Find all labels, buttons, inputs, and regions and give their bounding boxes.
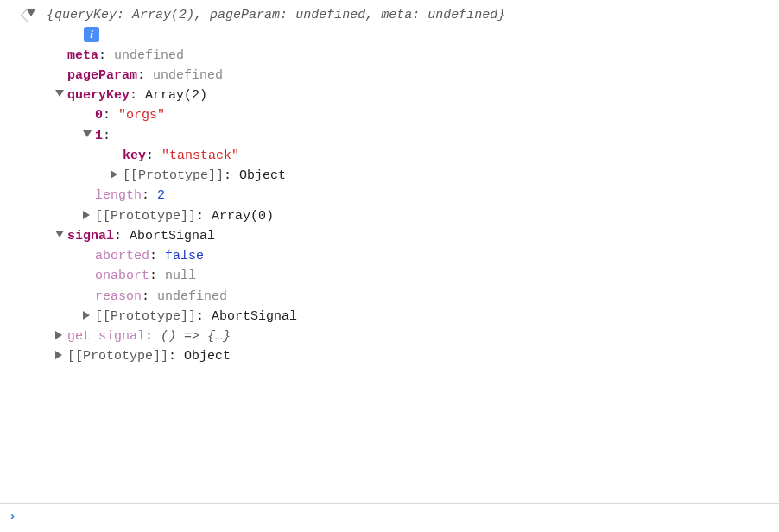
- prop-signal-onabort[interactable]: onabort: null: [24, 266, 779, 286]
- expand-toggle-icon[interactable]: [83, 130, 92, 137]
- expand-toggle-icon[interactable]: [83, 311, 90, 320]
- console-prompt[interactable]: ›: [0, 503, 779, 532]
- prop-querykey-1-key[interactable]: key: "tanstack": [24, 146, 779, 166]
- prop-signal[interactable]: signal: AbortSignal: [24, 226, 779, 246]
- prop-signal-aborted[interactable]: aborted: false: [24, 246, 779, 266]
- prop-querykey-proto[interactable]: [[Prototype]]: Array(0): [24, 206, 779, 226]
- prop-signal-reason[interactable]: reason: undefined: [24, 287, 779, 307]
- console-output: {queryKey: Array(2), pageParam: undefine…: [0, 0, 779, 367]
- expand-toggle-icon[interactable]: [111, 170, 117, 179]
- prop-signal-proto[interactable]: [[Prototype]]: AbortSignal: [24, 307, 779, 326]
- prop-querykey-1-proto[interactable]: [[Prototype]]: Object: [24, 166, 779, 186]
- prop-querykey-1[interactable]: 1:: [24, 126, 779, 146]
- expand-toggle-icon[interactable]: [55, 90, 64, 97]
- expand-toggle-icon[interactable]: [55, 351, 62, 359]
- expand-toggle-icon[interactable]: [83, 211, 90, 219]
- object-summary: {queryKey: Array(2), pageParam: undefine…: [47, 8, 505, 22]
- prop-querykey-0[interactable]: 0: "orgs": [24, 105, 779, 125]
- summary-row[interactable]: {queryKey: Array(2), pageParam: undefine…: [39, 5, 505, 25]
- prop-querykey[interactable]: queryKey: Array(2): [24, 86, 779, 105]
- prop-meta[interactable]: meta: undefined: [24, 46, 779, 66]
- prop-get-signal[interactable]: get signal: () => {…}: [24, 326, 779, 346]
- expand-toggle-icon[interactable]: [55, 231, 64, 238]
- prop-querykey-length[interactable]: length: 2: [24, 186, 779, 206]
- expand-toggle-icon[interactable]: [27, 10, 35, 16]
- expand-toggle-icon[interactable]: [55, 331, 62, 339]
- prompt-caret-icon: ›: [9, 510, 16, 524]
- prop-pageparam[interactable]: pageParam: undefined: [24, 66, 779, 86]
- info-icon[interactable]: i: [84, 27, 99, 42]
- prop-root-proto[interactable]: [[Prototype]]: Object: [24, 346, 779, 366]
